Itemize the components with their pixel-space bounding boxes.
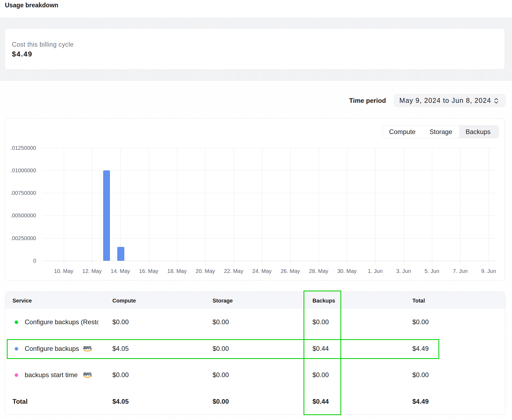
svg-text:aws: aws <box>83 372 91 377</box>
